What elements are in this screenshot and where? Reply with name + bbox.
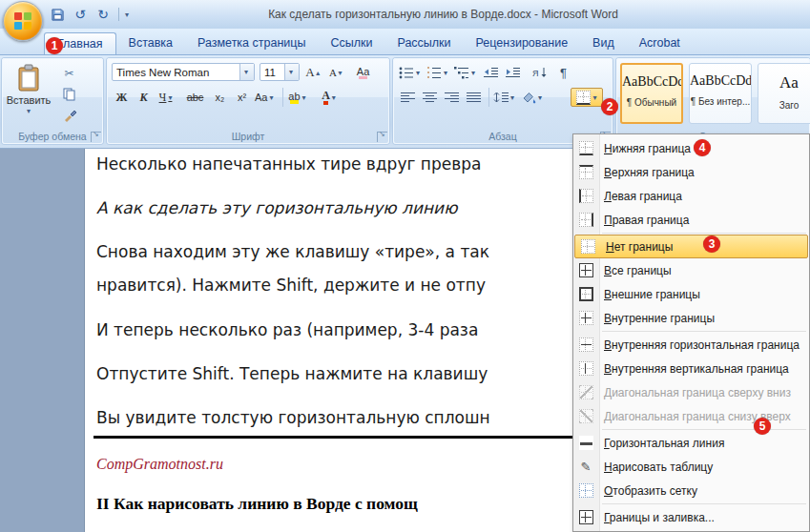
borders-button[interactable] — [571, 88, 603, 107]
menu-item-inside-borders[interactable]: Внутренние границы — [573, 306, 809, 330]
menu-item-no-border[interactable]: Нет границы — [574, 235, 808, 258]
font-name-value: Times New Roman — [116, 67, 209, 78]
border-right-icon — [579, 213, 593, 227]
show-paragraph-marks-button[interactable]: ¶ — [553, 63, 573, 82]
style-name: Заго — [758, 100, 810, 111]
style-preview: AaBbCcDd — [690, 73, 751, 89]
menu-item-all-borders[interactable]: Все границы — [573, 258, 809, 282]
style-normal[interactable]: AaBbCcDd ¶ Обычный — [620, 63, 683, 124]
font-size-value: 11 — [264, 67, 276, 78]
font-dialog-launcher[interactable] — [377, 132, 387, 142]
borders-and-shading-icon — [579, 510, 593, 524]
paragraph-separator — [488, 88, 489, 107]
clipboard-dialog-launcher[interactable] — [91, 132, 101, 142]
align-left-icon — [401, 92, 415, 104]
align-right-button[interactable] — [442, 88, 462, 107]
copy-button[interactable] — [59, 85, 79, 104]
inside-vertical-border-icon — [579, 361, 593, 376]
menu-separator — [602, 331, 806, 332]
line-spacing-button[interactable] — [492, 88, 515, 107]
numbering-button[interactable] — [426, 63, 448, 82]
paragraph-group: Я ¶ Абзац — [393, 58, 613, 144]
italic-button[interactable]: К — [134, 88, 154, 107]
qat-customize-arrow-icon[interactable]: ▾ — [125, 10, 129, 19]
multilevel-list-button[interactable] — [453, 63, 476, 82]
eraser-icon — [359, 76, 368, 79]
draw-table-icon: ✎ — [581, 460, 592, 473]
paste-dropdown-arrow-icon[interactable]: ▾ — [6, 107, 52, 115]
document-line: Снова находим эту же клавишу «тире», а т… — [96, 242, 489, 261]
bullets-button[interactable] — [398, 63, 421, 82]
step-marker-5: 5 — [754, 418, 771, 435]
clear-formatting-button[interactable]: Аа — [353, 63, 373, 82]
no-border-icon — [581, 239, 595, 254]
font-size-dropdown-icon[interactable] — [284, 64, 299, 80]
tab-page-layout[interactable]: Разметка страницы — [185, 32, 318, 54]
cut-button[interactable]: ✂ — [59, 64, 79, 83]
clipboard-group: Вставить ▾ ✂ Буфер обмена — [2, 58, 103, 144]
underline-button[interactable]: Ч — [156, 88, 176, 107]
quick-access-toolbar: ↺ ↻ ▾ — [48, 4, 129, 25]
menu-item-view-gridlines[interactable]: Отобразить сетку — [573, 479, 809, 502]
sort-button[interactable]: Я — [530, 63, 550, 82]
menu-item-left-border[interactable]: Левая граница — [573, 184, 809, 208]
menu-item-inside-horizontal-border[interactable]: Внутренняя горизонтальная граница — [573, 333, 809, 357]
step-marker-4: 4 — [694, 139, 711, 156]
format-painter-button[interactable] — [59, 106, 79, 125]
style-name: ¶ Обычный — [622, 97, 681, 108]
qat-separator — [118, 8, 119, 21]
inside-horizontal-border-icon — [579, 338, 593, 352]
window-title: Как сделать горизонтальную линию в Ворде… — [114, 0, 772, 29]
align-left-button[interactable] — [398, 88, 418, 107]
shading-button[interactable] — [521, 88, 543, 107]
tab-review[interactable]: Рецензирование — [464, 32, 581, 54]
increase-indent-icon — [506, 67, 521, 79]
tab-insert[interactable]: Вставка — [116, 32, 185, 54]
menu-item-outside-borders[interactable]: Внешние границы — [573, 282, 809, 306]
menu-item-horizontal-line[interactable]: Горизонтальная линия — [573, 431, 809, 455]
step-marker-3: 3 — [703, 235, 720, 253]
numbering-icon — [426, 67, 442, 79]
style-heading[interactable]: Aa Заго — [758, 63, 810, 124]
menu-item-inside-vertical-border[interactable]: Внутренняя вертикальная граница — [573, 357, 809, 380]
clipboard-group-label: Буфер обмена — [2, 131, 103, 143]
tab-references[interactable]: Ссылки — [318, 32, 384, 54]
align-center-button[interactable] — [420, 88, 440, 107]
font-name-dropdown-icon[interactable] — [239, 64, 254, 80]
font-color-button[interactable]: А — [319, 88, 339, 107]
decrease-indent-button[interactable] — [481, 63, 501, 82]
tab-mailings[interactable]: Рассылки — [384, 32, 463, 54]
decrease-indent-icon — [484, 67, 499, 79]
change-case-button[interactable]: Aa — [254, 88, 274, 107]
font-name-select[interactable]: Times New Roman — [112, 63, 255, 81]
word-window: ↺ ↻ ▾ Как сделать горизонтальную линию в… — [0, 0, 810, 532]
font-group: Times New Roman 11 А▲ А▼ Аа Ж К Ч abc x₂… — [107, 58, 389, 144]
superscript-button[interactable]: x² — [232, 88, 252, 107]
save-button[interactable] — [48, 5, 67, 24]
justify-button[interactable] — [464, 88, 484, 107]
shading-icon — [522, 92, 536, 104]
grow-font-button[interactable]: А▲ — [303, 63, 323, 82]
align-right-icon — [445, 92, 459, 104]
subscript-button[interactable]: x₂ — [210, 88, 230, 107]
strikethrough-button[interactable]: abc — [185, 88, 205, 107]
menu-item-draw-table[interactable]: ✎ Нарисовать таблицу — [573, 455, 809, 479]
highlight-color-button[interactable]: ab — [287, 88, 307, 107]
bold-button[interactable]: Ж — [112, 88, 132, 107]
redo-button[interactable]: ↻ — [93, 5, 113, 24]
shrink-font-button[interactable]: А▼ — [326, 63, 346, 82]
undo-button[interactable]: ↺ — [71, 5, 90, 24]
tab-acrobat[interactable]: Acrobat — [627, 32, 693, 54]
menu-item-top-border[interactable]: Верхняя граница — [573, 160, 809, 184]
menu-item-borders-and-shading[interactable]: Границы и заливка... — [573, 505, 809, 529]
menu-item-right-border[interactable]: Правая граница — [573, 208, 809, 232]
document-line: Несколько напечатанных тире вдруг превра — [96, 154, 481, 174]
office-button[interactable] — [3, 1, 43, 41]
font-size-select[interactable]: 11 — [260, 63, 300, 81]
increase-indent-button[interactable] — [503, 63, 523, 82]
style-no-spacing[interactable]: AaBbCcDd ¶ Без интер... — [689, 63, 752, 124]
tab-view[interactable]: Вид — [580, 32, 627, 54]
border-top-icon — [579, 165, 593, 179]
menu-item-bottom-border[interactable]: Нижняя граница — [573, 136, 809, 160]
paste-button[interactable]: Вставить ▾ — [6, 62, 52, 129]
